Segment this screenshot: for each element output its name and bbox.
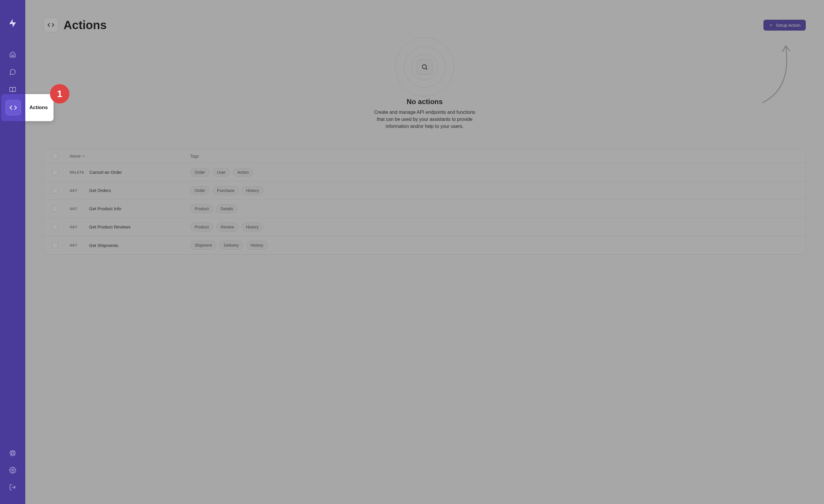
method-badge: GET: [70, 207, 84, 211]
row-checkbox[interactable]: [52, 169, 58, 175]
sidebar-highlight: Actions: [1, 94, 54, 121]
table-row[interactable]: GETGet Product ReviewsProductReviewHisto…: [44, 218, 806, 236]
table-header: Name Tags: [44, 149, 806, 163]
tag-pill: Details: [216, 204, 238, 213]
logout-icon[interactable]: [9, 483, 16, 491]
setup-action-button[interactable]: ＋ Setup Action: [763, 20, 806, 30]
page-header: Actions ＋ Setup Action: [43, 18, 806, 32]
tag-pill: History: [242, 186, 264, 195]
tag-pill: Purchase: [213, 186, 239, 195]
plus-icon: ＋: [769, 23, 774, 27]
tag-pill: Order: [190, 168, 210, 177]
tag-pill: History: [241, 223, 263, 231]
sidebar-item-actions[interactable]: [1, 94, 25, 121]
chevron-down-icon: [82, 155, 85, 158]
table-row[interactable]: GETGet ShipmentsShipmentDeliveryHistory: [44, 236, 806, 255]
table-row[interactable]: GETGet OrdersOrderPurchaseHistory: [44, 181, 806, 200]
tag-pill: Product: [190, 223, 213, 231]
method-badge: GET: [70, 243, 84, 247]
column-name-sort[interactable]: Name: [70, 154, 85, 159]
tag-pill: Delivery: [219, 241, 243, 249]
gear-icon[interactable]: [9, 466, 16, 474]
row-checkbox[interactable]: [52, 188, 58, 194]
home-icon[interactable]: [9, 51, 16, 58]
app-logo: [7, 17, 18, 28]
search-icon: [417, 60, 432, 75]
code-icon: [43, 18, 58, 32]
sidebar-tooltip: Actions: [25, 94, 54, 121]
empty-state-description: Create and manage API endpoints and func…: [370, 109, 479, 130]
setup-action-label: Setup Action: [776, 23, 801, 28]
method-badge: GET: [70, 189, 84, 192]
method-badge: GET: [70, 225, 84, 229]
column-tags-label: Tags: [190, 154, 797, 159]
empty-state: No actions Create and manage API endpoin…: [43, 38, 806, 130]
action-name: Cancel an Order: [90, 170, 122, 175]
tag-pill: Action: [233, 168, 253, 177]
radar-graphic: [395, 38, 454, 96]
svg-line-9: [426, 69, 428, 70]
action-name: Get Shipments: [89, 243, 118, 248]
sidebar-tooltip-label: Actions: [29, 105, 47, 111]
action-name: Get Orders: [89, 188, 111, 193]
table-row[interactable]: GETGet Product InfoProductDetails: [44, 200, 806, 218]
lifebuoy-icon[interactable]: [9, 449, 16, 457]
actions-table: Name Tags DELETECancel an OrderOrderUser…: [43, 149, 806, 255]
row-checkbox[interactable]: [52, 224, 58, 230]
chat-icon[interactable]: [9, 68, 16, 76]
tag-pill: Order: [190, 186, 210, 195]
tag-pill: Product: [190, 204, 213, 213]
select-all-checkbox[interactable]: [52, 153, 58, 159]
svg-point-1: [11, 452, 14, 454]
book-icon[interactable]: [9, 86, 16, 94]
column-name-label: Name: [70, 154, 81, 159]
row-checkbox[interactable]: [52, 242, 58, 248]
method-badge: DELETE: [70, 171, 84, 174]
tag-pill: History: [246, 241, 268, 249]
page-title: Actions: [64, 18, 107, 32]
tag-pill: Review: [216, 223, 238, 231]
main-content: Actions ＋ Setup Action No actions Create…: [25, 0, 824, 504]
sidebar: [0, 0, 25, 504]
tag-pill: User: [213, 168, 230, 177]
action-name: Get Product Reviews: [89, 224, 130, 229]
table-row[interactable]: DELETECancel an OrderOrderUserAction: [44, 163, 806, 181]
action-name: Get Product Info: [89, 206, 121, 211]
svg-point-8: [422, 65, 426, 69]
row-checkbox[interactable]: [52, 206, 58, 212]
tag-pill: Shipment: [190, 241, 216, 249]
empty-state-title: No actions: [407, 98, 443, 106]
svg-point-6: [12, 469, 13, 471]
onboarding-step-badge: 1: [50, 84, 70, 103]
code-icon: [6, 100, 21, 115]
